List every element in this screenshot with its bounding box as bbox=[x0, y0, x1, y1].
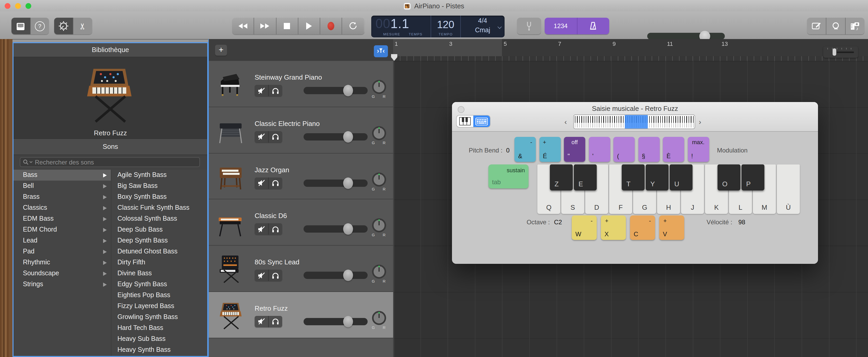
solo-headphones-button[interactable] bbox=[268, 85, 282, 96]
library-sound-item[interactable]: Growling Synth Bass bbox=[111, 312, 207, 323]
master-volume-slider[interactable] bbox=[647, 33, 725, 39]
sustain-key[interactable]: sustain tab bbox=[488, 164, 528, 188]
library-sound-item[interactable]: Heavy Sub Bass bbox=[111, 333, 207, 345]
track-volume-slider[interactable] bbox=[304, 133, 368, 140]
note-pad-button[interactable] bbox=[807, 18, 826, 34]
library-category-bass[interactable]: Bass bbox=[13, 170, 111, 181]
mod-key-([interactable]: ( bbox=[613, 137, 635, 162]
library-category-classics[interactable]: Classics bbox=[13, 202, 111, 214]
library-sound-item[interactable]: Deep Sub Bass bbox=[111, 224, 207, 235]
smart-controls-button[interactable] bbox=[54, 18, 73, 34]
octave-key-V[interactable]: +V bbox=[659, 216, 684, 240]
track-volume-knob[interactable] bbox=[343, 269, 353, 281]
timeline-zoom-slider[interactable] bbox=[823, 46, 858, 58]
rewind-button[interactable] bbox=[232, 18, 254, 34]
mod-key-§[interactable]: § bbox=[638, 137, 659, 162]
library-sound-item[interactable]: Colossal Synth Bass bbox=[111, 214, 207, 224]
library-category-strings[interactable]: Strings bbox=[13, 279, 111, 290]
library-sound-item[interactable]: Boxy Synth Bass bbox=[111, 192, 207, 202]
stop-button[interactable] bbox=[276, 18, 298, 34]
library-sound-item[interactable]: Dirty Fifth bbox=[111, 257, 207, 268]
mod-key-&[interactable]: -& bbox=[515, 137, 536, 162]
mute-button[interactable] bbox=[255, 316, 268, 327]
quick-help-button[interactable]: ? bbox=[30, 18, 49, 34]
search-input[interactable]: Rechercher des sons bbox=[20, 157, 200, 167]
library-category-lead[interactable]: Lead bbox=[13, 235, 111, 246]
overview-selected-range[interactable] bbox=[625, 115, 648, 129]
library-sound-item[interactable]: Divine Bass bbox=[111, 268, 207, 279]
library-category-edm-bass[interactable]: EDM Bass bbox=[13, 214, 111, 224]
track-volume-knob[interactable] bbox=[343, 224, 353, 235]
mod-key-"[interactable]: off" bbox=[564, 137, 585, 162]
lcd-key-section[interactable]: 4/4 Cmaj bbox=[460, 15, 504, 37]
library-category-brass[interactable]: Brass bbox=[13, 192, 111, 202]
mod-key-'[interactable]: ' bbox=[589, 137, 610, 162]
zoom-slider-handle[interactable] bbox=[833, 48, 836, 56]
track-volume-slider[interactable] bbox=[304, 87, 368, 94]
library-category-pad[interactable]: Pad bbox=[13, 246, 111, 257]
metronome-button[interactable] bbox=[577, 18, 609, 34]
library-category-bell[interactable]: Bell bbox=[13, 181, 111, 192]
track-volume-knob[interactable] bbox=[343, 177, 353, 189]
track-volume-slider[interactable] bbox=[304, 318, 368, 325]
mod-key-![interactable]: max.! bbox=[688, 137, 709, 162]
octave-key-W[interactable]: -W bbox=[572, 216, 597, 240]
track-volume-slider[interactable] bbox=[304, 179, 368, 187]
library-sound-item[interactable]: Fizzy Layered Bass bbox=[111, 301, 207, 312]
count-in-button[interactable]: 1234 bbox=[545, 18, 577, 34]
lcd-position-section[interactable]: 001.1 MESURE TEMPS bbox=[371, 15, 431, 37]
mute-button[interactable] bbox=[255, 224, 268, 235]
mute-button[interactable] bbox=[255, 269, 268, 281]
library-sound-item[interactable]: Eighties Pop Bass bbox=[111, 290, 207, 301]
forward-button[interactable] bbox=[254, 18, 276, 34]
add-track-button[interactable]: + bbox=[215, 45, 227, 56]
black-key-P[interactable]: P bbox=[741, 164, 764, 191]
editors-button[interactable]: ✂ bbox=[73, 18, 92, 34]
black-key-E[interactable]: E bbox=[574, 164, 597, 191]
mute-button[interactable] bbox=[255, 85, 268, 96]
track-volume-knob[interactable] bbox=[343, 131, 353, 142]
overview-left-chevron[interactable]: ‹ bbox=[564, 118, 567, 126]
library-sound-item[interactable]: Heavy Synth Bass bbox=[111, 345, 207, 355]
track-row-retro-fuzz[interactable]: Retro FuzzGR bbox=[209, 292, 394, 338]
pan-knob[interactable] bbox=[372, 79, 386, 94]
pan-knob[interactable] bbox=[372, 311, 386, 325]
track-row-steinway-grand-piano[interactable]: Steinway Grand PianoGR bbox=[209, 61, 394, 107]
library-category-soundscape[interactable]: Soundscape bbox=[13, 268, 111, 279]
pan-knob[interactable] bbox=[372, 126, 386, 140]
track-row-classic-d6[interactable]: Classic D6GR bbox=[209, 200, 394, 246]
library-category-edm-chord[interactable]: EDM Chord bbox=[13, 224, 111, 235]
loop-browser-button[interactable] bbox=[826, 18, 845, 34]
mod-key-É[interactable]: +É bbox=[539, 137, 561, 162]
black-key-Z[interactable]: Z bbox=[550, 164, 573, 191]
library-sound-item[interactable]: Deep Synth Bass bbox=[111, 235, 207, 246]
black-key-O[interactable]: O bbox=[717, 164, 740, 191]
track-row-classic-electric-piano[interactable]: Classic Electric PianoGR bbox=[209, 107, 394, 154]
track-volume-slider[interactable] bbox=[304, 272, 368, 279]
overview-right-chevron[interactable]: › bbox=[699, 118, 701, 126]
pan-knob[interactable] bbox=[372, 264, 386, 279]
piano-mode-button[interactable] bbox=[457, 116, 473, 127]
white-key-Ù[interactable]: Ù bbox=[777, 164, 800, 214]
track-row-80s-sync-lead[interactable]: 80s Sync LeadGR bbox=[209, 246, 394, 292]
solo-headphones-button[interactable] bbox=[268, 224, 282, 235]
octave-key-C[interactable]: -C bbox=[630, 216, 655, 240]
track-row-jazz-organ[interactable]: Jazz OrganGR bbox=[209, 153, 394, 200]
library-toggle-button[interactable] bbox=[11, 18, 30, 34]
track-volume-knob[interactable] bbox=[343, 316, 353, 327]
black-key-U[interactable]: U bbox=[670, 164, 692, 191]
library-sound-item[interactable]: Edgy Synth Bass bbox=[111, 279, 207, 290]
library-sound-item[interactable]: Detuned Ghost Bass bbox=[111, 246, 207, 257]
library-sound-item[interactable]: Hard Tech Bass bbox=[111, 323, 207, 333]
typing-mode-button[interactable] bbox=[473, 116, 490, 127]
lcd-display[interactable]: 001.1 MESURE TEMPS 120 TEMPO 4/4 Cmaj bbox=[371, 15, 504, 37]
catch-playhead-button[interactable] bbox=[374, 45, 388, 57]
cycle-button[interactable] bbox=[342, 18, 364, 34]
lcd-chevron-icon[interactable] bbox=[498, 25, 502, 29]
octave-key-X[interactable]: +X bbox=[601, 216, 626, 240]
library-sound-item[interactable]: Classic Funk Synth Bass bbox=[111, 202, 207, 214]
solo-headphones-button[interactable] bbox=[268, 131, 282, 142]
solo-headphones-button[interactable] bbox=[268, 269, 282, 281]
lcd-tempo-section[interactable]: 120 TEMPO bbox=[431, 15, 460, 37]
media-browser-button[interactable]: ♪ bbox=[845, 18, 864, 34]
